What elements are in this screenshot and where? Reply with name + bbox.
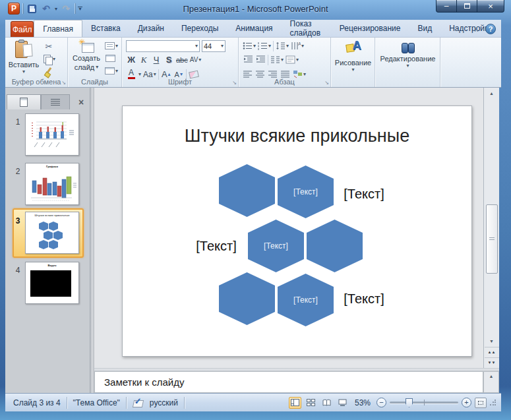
slide-sorter-button[interactable] [305,397,317,409]
paste-button[interactable]: Вставить ▾ [8,40,40,74]
columns-button[interactable]: ▾ [270,54,284,65]
slide-sorter-icon [307,399,315,406]
text-direction-button[interactable]: А▾ [291,40,304,51]
tab-outline[interactable] [41,94,70,109]
new-slide-button[interactable]: ✳ Создать слайд▾ [71,40,102,71]
line-spacing-button[interactable]: ▾ [276,40,289,51]
slide-thumbnail-3[interactable]: Штучки всякие прикольные [25,212,79,254]
notes-scrollbar[interactable]: ▲ [483,371,499,393]
scrollbar-track[interactable] [485,99,499,336]
slide-canvas[interactable]: Штучки всякие прикольные [Текст] [Текст]… [122,105,472,357]
maximize-icon [464,3,470,9]
tab-design[interactable]: Дизайн [129,20,173,37]
slide-thumbnail-2[interactable]: Графики [25,163,79,205]
increase-indent-button[interactable] [255,54,266,65]
drawing-button[interactable]: A Рисование ▾ [331,42,375,72]
minimize-button[interactable]: – [436,0,457,13]
help-button[interactable]: ? [485,24,496,34]
slide-thumbnail-4[interactable]: Видео [25,262,79,304]
section-button[interactable]: ▾ [105,65,118,76]
editing-button[interactable]: Редактирование ▾ [375,42,440,68]
collapse-ribbon-icon[interactable]: ∧ [474,26,479,33]
chevron-down-icon: ▾ [53,57,55,61]
text-shadow-button[interactable]: S [164,54,174,65]
align-center-icon [256,71,265,78]
normal-view-button[interactable] [289,397,301,409]
text-box-button[interactable]: ▾ [286,54,299,65]
reading-view-button[interactable] [320,397,333,409]
hexagon-shape[interactable] [219,164,275,217]
slide-thumbnail-1[interactable] [25,113,79,156]
italic-button[interactable]: K [138,54,149,65]
theme-name[interactable]: "Тема Office" [73,398,120,407]
scroll-down-button[interactable]: ▼ [485,336,499,347]
dialog-launcher-icon[interactable]: ↘ [61,80,66,86]
hexagon-text: [Текст] [293,295,318,305]
hexagon-shape[interactable] [307,220,363,272]
slide-number: 4 [13,266,22,275]
slide-title[interactable]: Штучки всякие прикольные [123,126,471,146]
zoom-out-button[interactable]: − [376,398,386,407]
scrollbar-thumb[interactable] [486,204,498,274]
chevron-down-icon: ▾ [406,64,409,68]
notes-pane[interactable]: Заметки к слайду [94,371,483,393]
reset-slide-button[interactable] [105,53,115,64]
maximize-button[interactable] [457,0,477,13]
zoom-in-button[interactable]: + [462,398,471,407]
tab-transitions[interactable]: Переходы [173,20,227,37]
zoom-percentage[interactable]: 53% [355,398,371,407]
dialog-launcher-icon[interactable]: ↘ [324,80,329,86]
next-slide-button[interactable]: ▼▼ [485,357,499,368]
chevron-down-icon: ▾ [268,44,271,48]
smartart-text-placeholder[interactable]: [Текст] [186,239,247,254]
previous-slide-button[interactable]: ▲▲ [485,347,499,357]
fit-icon [478,401,483,405]
language-indicator[interactable]: русский [150,398,178,407]
tab-review[interactable]: Рецензирование [331,20,409,37]
tab-slideshow[interactable]: Показ слайдов [282,20,331,37]
resize-grip[interactable] [490,400,496,405]
hexagon-shape[interactable]: [Текст] [278,274,334,326]
scroll-up-button[interactable]: ▲ [485,88,499,99]
tab-animations[interactable]: Анимация [227,20,281,37]
strikethrough-button[interactable]: abc [176,54,188,65]
bold-button[interactable]: Ж [126,54,136,65]
format-painter-button[interactable] [44,66,54,77]
group-editing: Редактирование ▾ [375,38,440,87]
zoom-slider-track[interactable] [390,402,458,404]
decrease-indent-button[interactable] [243,54,253,65]
bullets-button[interactable]: ▾ [243,40,256,51]
font-name-combo[interactable]: ▾ [126,40,200,52]
numbering-button[interactable]: ▾ [258,40,271,51]
justify-icon [281,71,290,78]
dialog-launcher-icon[interactable]: ↘ [232,80,237,86]
copy-button[interactable]: ▾ [44,53,55,65]
close-panel-button[interactable]: × [73,94,89,109]
hexagon-shape[interactable]: [Текст] [248,220,304,272]
tab-slides-thumbnails[interactable] [7,94,41,109]
chevron-down-icon: ▾ [115,69,118,73]
tab-home[interactable]: Главная [34,20,82,37]
smartart-text-placeholder[interactable]: [Текст] [334,187,394,202]
fit-to-window-button[interactable] [475,398,487,408]
smartart-text-placeholder[interactable]: [Текст] [334,291,394,307]
underline-button[interactable]: Ч [151,54,162,65]
scissors-icon: ✂ [45,42,53,51]
zoom-slider-thumb[interactable] [406,398,413,407]
hexagon-shape[interactable]: [Текст] [278,165,334,218]
tab-file[interactable]: Файл [11,21,34,37]
spellcheck-icon[interactable]: ✓ [133,398,143,407]
text-box-icon [286,55,295,64]
section-icon [105,67,115,75]
cut-button[interactable]: ✂ [44,41,54,52]
hexagon-shape[interactable] [219,272,275,325]
normal-view-icon [291,399,299,406]
tab-view[interactable]: Вид [409,20,440,37]
eraser-icon [189,70,199,78]
character-spacing-button[interactable]: AV▾ [190,54,202,65]
slideshow-button[interactable] [336,397,349,409]
font-size-combo[interactable]: 44▾ [202,40,225,52]
close-button[interactable]: × [477,0,504,13]
layout-button[interactable]: ▾ [105,40,118,51]
tab-insert[interactable]: Вставка [82,20,129,37]
